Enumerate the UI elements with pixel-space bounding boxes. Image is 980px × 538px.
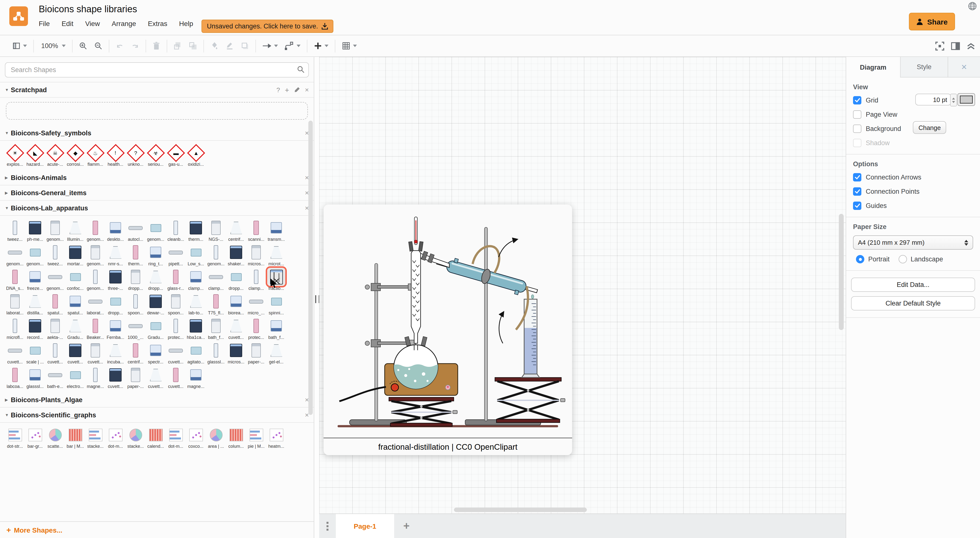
zoom-level-dropdown[interactable]: 100% <box>37 38 69 53</box>
collapse-toolbar-icon[interactable] <box>967 42 975 50</box>
shape-item[interactable]: ring_t... <box>146 243 166 266</box>
shape-item[interactable]: T75_fl... <box>206 292 226 315</box>
shape-item[interactable]: 1000_... <box>126 317 146 340</box>
shape-item[interactable]: pipett... <box>166 243 186 266</box>
shape-item[interactable]: glasssl... <box>25 366 45 389</box>
shape-item[interactable]: microt... <box>266 243 286 266</box>
shape-item[interactable]: electro... <box>65 366 85 389</box>
shape-item[interactable]: micro_... <box>246 292 266 315</box>
shape-item[interactable]: cuvett... <box>166 366 186 389</box>
canvas-horizontal-scrollbar[interactable] <box>454 508 587 512</box>
shape-item[interactable]: record... <box>25 317 45 340</box>
shape-item[interactable]: transm... <box>266 219 286 242</box>
shape-item[interactable]: cuvett... <box>166 341 186 365</box>
shape-item[interactable]: bar | M... <box>65 426 85 449</box>
tab-page-1[interactable]: Page-1 <box>336 514 394 538</box>
menu-item[interactable]: File <box>39 20 50 27</box>
undo-button[interactable] <box>112 38 127 53</box>
shape-item[interactable]: genom... <box>85 219 105 242</box>
shape-item[interactable]: ph-me... <box>25 219 45 242</box>
shape-item[interactable]: autocl... <box>126 219 146 242</box>
shape-item[interactable]: lab-to... <box>186 292 206 315</box>
section-safety-symbols[interactable]: ▼ Bioicons-Safety_symbols × <box>0 126 314 141</box>
shape-item[interactable]: Gradu... <box>65 317 85 340</box>
shape-item[interactable]: cuvett... <box>5 341 25 365</box>
shape-item[interactable]: dot-m... <box>105 426 126 449</box>
shape-item[interactable]: scale | ... <box>25 341 45 365</box>
shape-item[interactable]: biorea... <box>226 292 246 315</box>
shape-item[interactable]: nmr-s... <box>105 243 126 266</box>
shape-item[interactable]: distilla... <box>25 292 45 315</box>
close-icon[interactable]: × <box>305 86 309 94</box>
shape-item[interactable]: cuvett... <box>65 341 85 365</box>
globe-language-icon[interactable] <box>968 2 977 11</box>
table-button[interactable] <box>338 38 360 53</box>
grid-color-button[interactable] <box>958 93 975 106</box>
shape-item[interactable]: ◣ hazard... <box>25 144 45 167</box>
shape-item[interactable]: three-... <box>105 268 126 291</box>
edit-pencil-icon[interactable] <box>294 87 300 93</box>
shape-item[interactable]: Gradu... <box>146 317 166 340</box>
shape-item[interactable]: dropp... <box>126 268 146 291</box>
drawing-canvas[interactable]: fractional-distillation | CC0 OpenClipar… <box>319 57 846 514</box>
shape-item[interactable]: cuvett... <box>226 317 246 340</box>
menu-item[interactable]: Extras <box>148 20 167 27</box>
shape-item[interactable]: bath_f... <box>266 317 286 340</box>
shape-item[interactable]: agitato... <box>186 341 206 365</box>
shape-item[interactable]: scatte... <box>45 426 65 449</box>
shape-item[interactable]: paper-... <box>126 366 146 389</box>
shape-item[interactable]: dot-m... <box>166 426 186 449</box>
grid-size-input[interactable]: 10 pt <box>915 94 951 105</box>
share-button[interactable]: Share <box>909 13 955 30</box>
shape-item[interactable]: spatul... <box>45 292 65 315</box>
shape-item[interactable]: genom... <box>25 243 45 266</box>
shape-item[interactable]: fractio... <box>266 268 286 291</box>
shape-item[interactable]: centrif... <box>226 219 246 242</box>
shape-item[interactable]: genom... <box>45 268 65 291</box>
paper-size-select[interactable]: A4 (210 mm x 297 mm) <box>853 236 973 250</box>
unsaved-changes-button[interactable]: Unsaved changes. Click here to save. <box>202 20 333 33</box>
shape-item[interactable]: bath_f... <box>206 317 226 340</box>
clear-default-style-button[interactable]: Clear Default Style <box>851 296 975 310</box>
menu-item[interactable]: Edit <box>62 20 73 27</box>
shape-item[interactable]: dropp... <box>105 292 126 315</box>
shape-item[interactable]: hba1ca... <box>186 317 206 340</box>
section-scientific-graphs[interactable]: ▼ Bioicons-Scientific_graphs × <box>0 407 314 423</box>
shape-item[interactable]: genom... <box>206 243 226 266</box>
shape-item[interactable]: bath-e... <box>45 366 65 389</box>
shape-item[interactable]: dropp... <box>226 268 246 291</box>
menu-item[interactable]: Arrange <box>112 20 136 27</box>
shape-item[interactable]: protec... <box>166 317 186 340</box>
shape-item[interactable]: coxco... <box>186 426 206 449</box>
shape-item[interactable]: therm... <box>126 243 146 266</box>
shape-item[interactable]: magne... <box>186 366 206 389</box>
shape-item[interactable]: spectr... <box>146 341 166 365</box>
shape-item[interactable]: ▬ gas-u... <box>166 144 186 167</box>
shape-item[interactable]: micros... <box>226 341 246 365</box>
toggle-outline-button[interactable] <box>9 38 30 53</box>
help-icon[interactable]: ? <box>277 86 280 94</box>
canvas-vertical-scrollbar[interactable] <box>839 214 844 330</box>
shape-item[interactable]: mortar... <box>65 243 85 266</box>
shape-item[interactable]: dot-str... <box>5 426 25 449</box>
scratchpad-header[interactable]: ▼ Scratchpad ? + × <box>0 83 314 98</box>
shape-item[interactable]: centrif... <box>126 341 146 365</box>
shape-item[interactable]: Fernba... <box>105 317 126 340</box>
shape-item[interactable]: ☠ acute-... <box>45 144 65 167</box>
shape-item[interactable]: stacke... <box>126 426 146 449</box>
shape-item[interactable]: genom... <box>5 243 25 266</box>
shape-item[interactable]: freeze... <box>25 268 45 291</box>
guides-checkbox[interactable] <box>853 201 861 210</box>
shape-item[interactable]: shaker... <box>226 243 246 266</box>
format-panel-toggle-icon[interactable] <box>951 42 960 50</box>
shape-item[interactable]: microfl... <box>5 317 25 340</box>
section-plants-algae[interactable]: ▶ Bioicons-Plants_Algae × <box>0 392 314 407</box>
tab-style[interactable]: Style <box>900 57 948 77</box>
shape-item[interactable]: scanni... <box>246 219 266 242</box>
shape-item[interactable]: tweez... <box>5 219 25 242</box>
zoom-out-button[interactable] <box>91 38 106 53</box>
zoom-in-button[interactable] <box>75 38 91 53</box>
sidebar-scrollbar[interactable] <box>309 121 313 415</box>
shape-item[interactable]: therm... <box>186 219 206 242</box>
shape-item[interactable]: genom... <box>85 268 105 291</box>
